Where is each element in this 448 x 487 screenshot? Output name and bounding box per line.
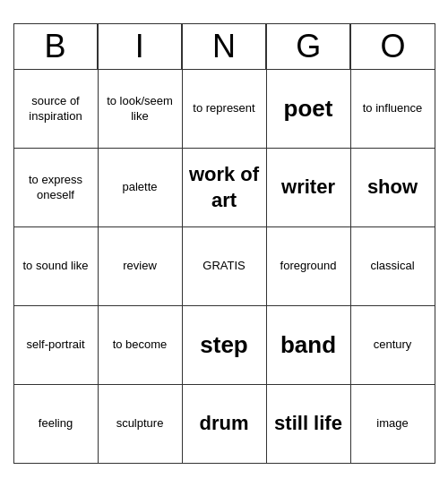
bingo-row-3: self-portraitto becomestepbandcentury xyxy=(13,306,435,385)
header-letter-n: N xyxy=(182,23,266,70)
bingo-row-0: source of inspirationto look/seem liketo… xyxy=(13,70,435,149)
bingo-cell-4-4: image xyxy=(350,385,435,464)
bingo-cell-2-1: review xyxy=(98,227,182,306)
header-letter-b: B xyxy=(13,23,98,70)
bingo-cell-2-0: to sound like xyxy=(13,227,98,306)
bingo-cell-4-2: drum xyxy=(182,385,266,464)
header-letter-i: I xyxy=(98,23,182,70)
bingo-cell-1-1: palette xyxy=(98,149,182,227)
bingo-cell-4-1: sculpture xyxy=(98,385,182,464)
bingo-cell-3-3: band xyxy=(266,306,350,385)
bingo-cell-1-4: show xyxy=(350,149,435,227)
bingo-header: BINGO xyxy=(13,23,435,70)
bingo-cell-2-2: GRATIS xyxy=(182,227,266,306)
bingo-cell-2-4: classical xyxy=(350,227,435,306)
header-letter-g: G xyxy=(266,23,350,70)
bingo-row-1: to express oneselfpalettework of artwrit… xyxy=(13,149,435,227)
bingo-cell-3-1: to become xyxy=(98,306,182,385)
bingo-cell-3-0: self-portrait xyxy=(13,306,98,385)
bingo-cell-0-2: to represent xyxy=(182,70,266,149)
bingo-table: source of inspirationto look/seem liketo… xyxy=(13,70,435,465)
bingo-cell-3-4: century xyxy=(350,306,435,385)
bingo-cell-4-3: still life xyxy=(266,385,350,464)
bingo-cell-1-3: writer xyxy=(266,149,350,227)
bingo-row-2: to sound likereviewGRATISforegroundclass… xyxy=(13,227,435,306)
bingo-cell-4-0: feeling xyxy=(13,385,98,464)
bingo-cell-3-2: step xyxy=(182,306,266,385)
bingo-cell-0-1: to look/seem like xyxy=(98,70,182,149)
bingo-cell-0-4: to influence xyxy=(350,70,435,149)
bingo-cell-1-2: work of art xyxy=(182,149,266,227)
header-letter-o: O xyxy=(350,23,435,70)
bingo-row-4: feelingsculpturedrumstill lifeimage xyxy=(13,385,435,464)
bingo-cell-1-0: to express oneself xyxy=(13,149,98,227)
bingo-cell-0-3: poet xyxy=(266,70,350,149)
bingo-cell-2-3: foreground xyxy=(266,227,350,306)
bingo-cell-0-0: source of inspiration xyxy=(13,70,98,149)
